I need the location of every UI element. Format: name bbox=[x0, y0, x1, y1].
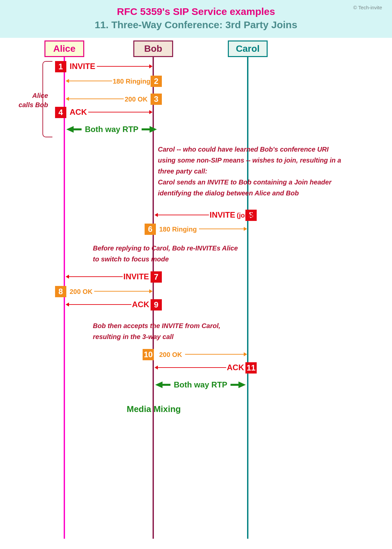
svg-marker-17 bbox=[66, 303, 69, 307]
side-label: Alice calls Bob bbox=[17, 91, 48, 109]
step-10: 10 bbox=[143, 349, 154, 360]
arrow-right-icon bbox=[238, 381, 246, 388]
msg-ok-10: 200 OK bbox=[159, 351, 182, 359]
step-8: 8 bbox=[55, 286, 66, 297]
arrow-5 bbox=[155, 213, 209, 217]
arrow-8 bbox=[94, 289, 153, 293]
arrow-1 bbox=[97, 64, 153, 68]
arrow-10 bbox=[185, 352, 247, 356]
msg-ack-4: ACK bbox=[70, 107, 87, 117]
note-bob-reinvites: Before replying to Carol, Bob re-INVITEs… bbox=[93, 243, 245, 265]
svg-marker-13 bbox=[66, 275, 69, 279]
msg-ringing-6: 180 Ringing bbox=[159, 226, 197, 233]
msg-invite-1: INVITE bbox=[70, 62, 95, 71]
arrow-left-icon bbox=[66, 126, 74, 133]
msg-ok-3: 200 OK bbox=[125, 96, 148, 103]
svg-marker-1 bbox=[149, 64, 153, 68]
arrow-7 bbox=[66, 275, 123, 279]
rtp-label-ab: Both way RTP bbox=[85, 125, 138, 134]
actor-bob: Bob bbox=[133, 40, 173, 57]
step-6: 6 bbox=[145, 224, 156, 235]
note-carol-wishes-join: Carol -- who could have learned Bob's co… bbox=[158, 144, 347, 199]
lifeline-bob bbox=[153, 48, 154, 539]
title-line-2: 11. Three-Way Conference: 3rd Party Join… bbox=[0, 19, 392, 31]
arrow-6 bbox=[199, 227, 247, 231]
msg-ok-8: 200 OK bbox=[70, 288, 93, 296]
svg-marker-3 bbox=[66, 79, 69, 83]
msg-invite-join: INVITE (join) bbox=[210, 210, 253, 220]
svg-marker-5 bbox=[66, 97, 69, 101]
arrow-left-icon bbox=[155, 381, 163, 388]
step-9: 9 bbox=[151, 299, 162, 310]
step-1: 1 bbox=[55, 61, 66, 72]
rtp-ab: Both way RTP bbox=[66, 125, 157, 134]
msg-ack-11: ACK bbox=[227, 363, 244, 372]
title-line-1: RFC 5359's SIP Service examples bbox=[0, 6, 392, 17]
step-4: 4 bbox=[55, 107, 66, 118]
svg-marker-11 bbox=[244, 227, 247, 231]
header: © Tech-invite RFC 5359's SIP Service exa… bbox=[0, 0, 392, 38]
msg-invite-7: INVITE bbox=[123, 272, 149, 281]
note-bob-accepts: Bob then accepts the INVITE from Carol, … bbox=[93, 320, 245, 342]
arrow-9 bbox=[66, 303, 131, 307]
arrow-right-icon bbox=[150, 126, 157, 133]
media-mixing: Media Mixing bbox=[127, 404, 181, 414]
svg-marker-9 bbox=[155, 213, 158, 217]
step-2: 2 bbox=[151, 76, 162, 87]
rtp-label-bc: Both way RTP bbox=[174, 380, 227, 389]
arrow-2 bbox=[66, 79, 112, 83]
svg-marker-7 bbox=[149, 110, 153, 114]
step-7: 7 bbox=[151, 271, 162, 283]
diagram-area: Alice Bob Carol Alice calls Bob 1 INVITE… bbox=[0, 38, 392, 549]
actor-carol: Carol bbox=[228, 40, 268, 57]
copyright: © Tech-invite bbox=[353, 5, 382, 10]
arrow-11 bbox=[155, 366, 226, 370]
svg-marker-21 bbox=[155, 366, 158, 370]
rtp-bc: Both way RTP bbox=[155, 380, 246, 389]
lifeline-carol bbox=[247, 48, 248, 539]
arrow-4 bbox=[88, 110, 153, 114]
arrow-3 bbox=[66, 97, 124, 101]
svg-marker-19 bbox=[244, 352, 247, 356]
actor-alice: Alice bbox=[44, 40, 84, 57]
step-11: 11 bbox=[245, 362, 257, 374]
msg-ringing-2: 180 Ringing bbox=[113, 78, 150, 85]
msg-ack-9: ACK bbox=[132, 300, 149, 309]
svg-marker-15 bbox=[149, 289, 153, 293]
step-3: 3 bbox=[151, 94, 162, 105]
